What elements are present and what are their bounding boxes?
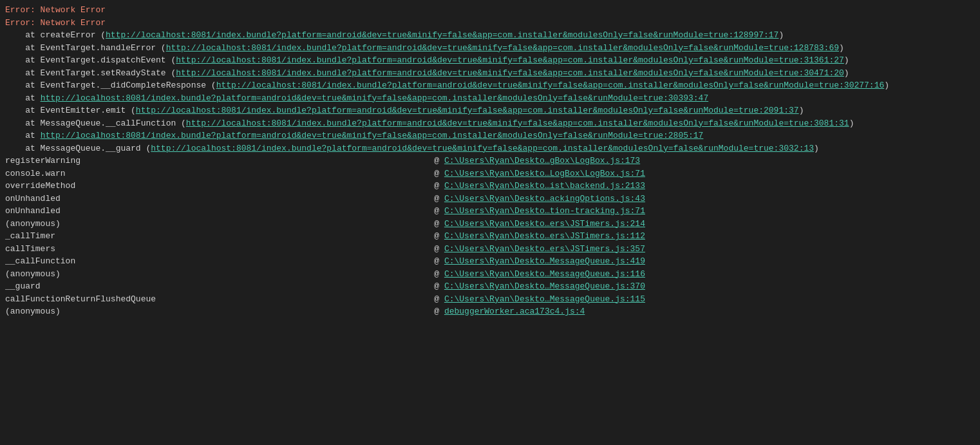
- error-line-1: Error: Network Error: [5, 4, 975, 17]
- function-row-1: console.warn@ C:\Users\Ryan\Deskto…LogBo…: [5, 167, 975, 180]
- stack-link-3[interactable]: http://localhost:8081/index.bundle?platf…: [176, 68, 844, 78]
- function-row-2: overrideMethod@ C:\Users\Ryan\Deskto…ist…: [5, 180, 975, 193]
- function-name-5: (anonymous): [5, 218, 434, 231]
- function-at-11: @ C:\Users\Ryan\Deskto…MessageQueue.js:1…: [434, 293, 975, 306]
- stack-line-8: at http://localhost:8081/index.bundle?pl…: [5, 129, 975, 142]
- function-row-11: callFunctionReturnFlushedQueue@ C:\Users…: [5, 293, 975, 306]
- function-row-3: onUnhandled@ C:\Users\Ryan\Deskto…acking…: [5, 193, 975, 205]
- function-name-3: onUnhandled: [5, 193, 434, 205]
- function-link-8[interactable]: C:\Users\Ryan\Deskto…MessageQueue.js:419: [444, 256, 645, 266]
- function-link-6[interactable]: C:\Users\Ryan\Deskto…ers\JSTimers.js:112: [444, 231, 645, 241]
- stack-line-1: at EventTarget.handleError (http://local…: [5, 42, 975, 55]
- function-row-6: _callTimer@ C:\Users\Ryan\Deskto…ers\JST…: [5, 230, 975, 243]
- function-at-8: @ C:\Users\Ryan\Deskto…MessageQueue.js:4…: [434, 255, 975, 268]
- function-name-10: __guard: [5, 280, 434, 293]
- stack-line-2: at EventTarget.dispatchEvent (http://loc…: [5, 54, 975, 67]
- error-output: Error: Network Error Error: Network Erro…: [5, 4, 975, 318]
- function-link-11[interactable]: C:\Users\Ryan\Deskto…MessageQueue.js:115: [444, 294, 645, 304]
- function-row-4: onUnhandled@ C:\Users\Ryan\Deskto…tion-t…: [5, 205, 975, 218]
- function-link-10[interactable]: C:\Users\Ryan\Deskto…MessageQueue.js:370: [444, 281, 645, 291]
- stack-link-7[interactable]: http://localhost:8081/index.bundle?platf…: [186, 118, 849, 128]
- function-table: registerWarning@ C:\Users\Ryan\Deskto…gB…: [5, 155, 975, 318]
- error-line-2: Error: Network Error: [5, 17, 975, 30]
- function-link-0[interactable]: C:\Users\Ryan\Deskto…gBox\LogBox.js:173: [444, 156, 640, 166]
- function-link-5[interactable]: C:\Users\Ryan\Deskto…ers\JSTimers.js:214: [444, 219, 645, 229]
- function-at-7: @ C:\Users\Ryan\Deskto…ers\JSTimers.js:3…: [434, 243, 975, 256]
- function-row-0: registerWarning@ C:\Users\Ryan\Deskto…gB…: [5, 155, 975, 167]
- function-at-5: @ C:\Users\Ryan\Deskto…ers\JSTimers.js:2…: [434, 218, 975, 231]
- function-name-6: _callTimer: [5, 230, 434, 243]
- stack-line-4: at EventTarget.__didCompleteResponse (ht…: [5, 79, 975, 92]
- function-name-1: console.warn: [5, 167, 434, 180]
- function-name-4: onUnhandled: [5, 205, 434, 218]
- function-name-7: callTimers: [5, 243, 434, 256]
- function-row-9: (anonymous)@ C:\Users\Ryan\Deskto…Messag…: [5, 268, 975, 281]
- stack-line-0: at createError (http://localhost:8081/in…: [5, 29, 975, 42]
- function-name-11: callFunctionReturnFlushedQueue: [5, 293, 434, 306]
- function-row-10: __guard@ C:\Users\Ryan\Deskto…MessageQue…: [5, 280, 975, 293]
- function-link-4[interactable]: C:\Users\Ryan\Deskto…tion-tracking.js:71: [444, 206, 645, 216]
- function-at-12: @ debuggerWorker.aca173c4.js:4: [434, 305, 975, 318]
- function-at-1: @ C:\Users\Ryan\Deskto…LogBox\LogBox.js:…: [434, 167, 975, 180]
- function-at-0: @ C:\Users\Ryan\Deskto…gBox\LogBox.js:17…: [434, 155, 975, 167]
- function-row-12: (anonymous)@ debuggerWorker.aca173c4.js:…: [5, 305, 975, 318]
- function-name-12: (anonymous): [5, 305, 434, 318]
- stack-trace: at createError (http://localhost:8081/in…: [5, 29, 975, 155]
- stack-link-9[interactable]: http://localhost:8081/index.bundle?platf…: [151, 144, 814, 153]
- function-at-4: @ C:\Users\Ryan\Deskto…tion-tracking.js:…: [434, 205, 975, 218]
- function-name-9: (anonymous): [5, 268, 434, 281]
- function-row-8: __callFunction@ C:\Users\Ryan\Deskto…Mes…: [5, 255, 975, 268]
- function-link-7[interactable]: C:\Users\Ryan\Deskto…ers\JSTimers.js:357: [444, 244, 645, 254]
- stack-line-5: at http://localhost:8081/index.bundle?pl…: [5, 92, 975, 105]
- function-at-6: @ C:\Users\Ryan\Deskto…ers\JSTimers.js:1…: [434, 230, 975, 243]
- function-link-3[interactable]: C:\Users\Ryan\Deskto…ackingOptions.js:43: [444, 194, 645, 204]
- stack-link-2[interactable]: http://localhost:8081/index.bundle?platf…: [176, 55, 844, 65]
- function-name-0: registerWarning: [5, 155, 434, 167]
- function-row-7: callTimers@ C:\Users\Ryan\Deskto…ers\JST…: [5, 243, 975, 256]
- function-name-2: overrideMethod: [5, 180, 434, 193]
- function-link-2[interactable]: C:\Users\Ryan\Deskto…ist\backend.js:2133: [444, 181, 645, 191]
- function-at-9: @ C:\Users\Ryan\Deskto…MessageQueue.js:1…: [434, 268, 975, 281]
- function-link-12[interactable]: debuggerWorker.aca173c4.js:4: [444, 307, 585, 316]
- stack-line-9: at MessageQueue.__guard (http://localhos…: [5, 142, 975, 155]
- stack-link-8[interactable]: http://localhost:8081/index.bundle?platf…: [41, 131, 704, 140]
- function-at-2: @ C:\Users\Ryan\Deskto…ist\backend.js:21…: [434, 180, 975, 193]
- function-link-9[interactable]: C:\Users\Ryan\Deskto…MessageQueue.js:116: [444, 269, 645, 279]
- stack-link-4[interactable]: http://localhost:8081/index.bundle?platf…: [216, 80, 885, 90]
- stack-link-6[interactable]: http://localhost:8081/index.bundle?platf…: [136, 106, 799, 115]
- function-row-5: (anonymous)@ C:\Users\Ryan\Deskto…ers\JS…: [5, 218, 975, 231]
- stack-line-3: at EventTarget.setReadyState (http://loc…: [5, 67, 975, 80]
- stack-link-0[interactable]: http://localhost:8081/index.bundle?platf…: [106, 30, 778, 40]
- stack-link-5[interactable]: http://localhost:8081/index.bundle?platf…: [41, 93, 709, 103]
- function-at-3: @ C:\Users\Ryan\Deskto…ackingOptions.js:…: [434, 193, 975, 205]
- stack-line-6: at EventEmitter.emit (http://localhost:8…: [5, 104, 975, 117]
- stack-line-7: at MessageQueue.__callFunction (http://l…: [5, 117, 975, 130]
- stack-link-1[interactable]: http://localhost:8081/index.bundle?platf…: [166, 43, 839, 53]
- function-name-8: __callFunction: [5, 255, 434, 268]
- function-at-10: @ C:\Users\Ryan\Deskto…MessageQueue.js:3…: [434, 280, 975, 293]
- function-link-1[interactable]: C:\Users\Ryan\Deskto…LogBox\LogBox.js:71: [444, 169, 645, 178]
